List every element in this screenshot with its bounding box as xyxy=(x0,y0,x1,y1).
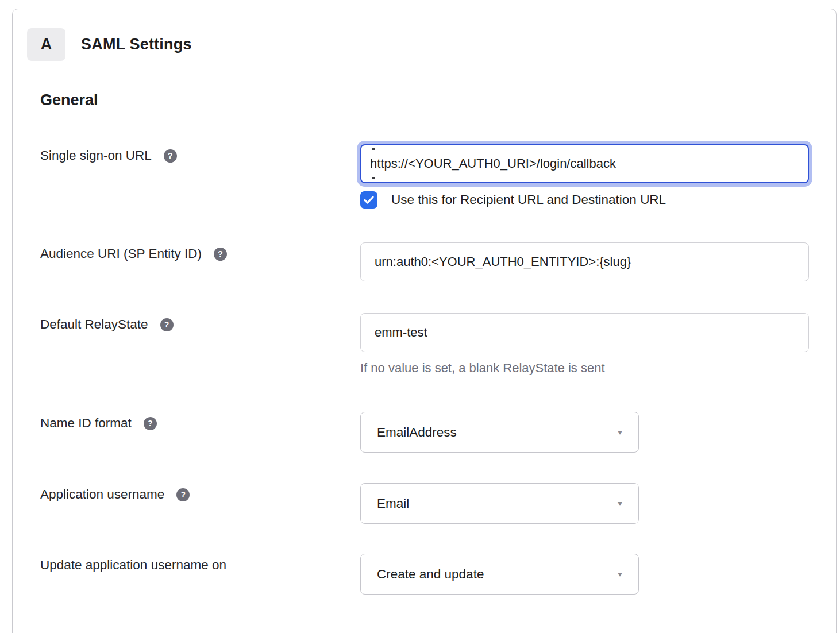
name-id-format-select[interactable]: EmailAddress ▾ xyxy=(360,412,639,453)
card-body: General Single sign-on URL ? xyxy=(13,91,836,595)
application-username-label: Application username xyxy=(40,487,164,502)
sso-url-label-cell: Single sign-on URL ? xyxy=(40,144,360,163)
help-icon-glyph: ? xyxy=(181,490,186,499)
recipient-url-checkbox-label: Use this for Recipient URL and Destinati… xyxy=(391,192,666,207)
form-row-audience-uri: Audience URI (SP Entity ID) ? xyxy=(40,242,808,281)
sso-url-input[interactable] xyxy=(360,144,809,183)
chevron-down-icon: ▾ xyxy=(618,570,622,578)
default-relaystate-label: Default RelayState xyxy=(40,317,148,332)
application-username-label-cell: Application username ? xyxy=(40,483,360,502)
select-value: Email xyxy=(377,496,409,511)
help-icon[interactable]: ? xyxy=(164,149,177,163)
relaystate-hint-text: If no value is set, a blank RelayState i… xyxy=(360,361,809,376)
form-row-name-id-format: Name ID format ? EmailAddress ▾ xyxy=(40,412,808,453)
saml-general-form: Single sign-on URL ? xyxy=(40,144,808,595)
sso-url-label: Single sign-on URL xyxy=(40,148,152,163)
name-id-format-label: Name ID format xyxy=(40,416,132,431)
help-icon[interactable]: ? xyxy=(160,318,174,331)
recipient-url-checkbox-row: Use this for Recipient URL and Destinati… xyxy=(360,191,809,209)
audience-uri-field-cell xyxy=(360,242,809,281)
default-relaystate-label-cell: Default RelayState ? xyxy=(40,313,360,332)
card-header: A SAML Settings xyxy=(13,9,836,61)
form-row-update-app-username: Update application username on Create an… xyxy=(40,554,808,595)
form-row-default-relaystate: Default RelayState ? If no value is set,… xyxy=(40,313,808,376)
help-icon-glyph: ? xyxy=(218,249,223,258)
update-app-username-field-cell: Create and update ▾ xyxy=(360,554,808,595)
help-icon[interactable]: ? xyxy=(144,417,157,430)
recipient-url-checkbox[interactable] xyxy=(360,191,377,209)
chevron-down-icon: ▾ xyxy=(618,500,622,508)
form-row-sso-url: Single sign-on URL ? xyxy=(40,144,808,209)
section-badge: A xyxy=(27,28,65,61)
help-icon-glyph: ? xyxy=(168,151,173,160)
checkmark-icon xyxy=(364,196,374,204)
help-icon[interactable]: ? xyxy=(176,488,190,501)
name-id-format-field-cell: EmailAddress ▾ xyxy=(360,412,808,453)
application-username-select[interactable]: Email ▾ xyxy=(360,483,639,524)
help-icon-glyph: ? xyxy=(164,320,169,329)
form-row-application-username: Application username ? Email ▾ xyxy=(40,483,808,524)
update-app-username-label-cell: Update application username on xyxy=(40,554,360,573)
default-relaystate-input[interactable] xyxy=(360,313,809,352)
default-relaystate-field-cell: If no value is set, a blank RelayState i… xyxy=(360,313,809,376)
select-value: EmailAddress xyxy=(377,425,457,440)
section-badge-letter: A xyxy=(41,36,52,53)
update-app-username-label: Update application username on xyxy=(40,558,226,573)
page-title: SAML Settings xyxy=(81,36,192,53)
saml-settings-card: A SAML Settings General Single sign-on U… xyxy=(12,9,837,633)
help-icon-glyph: ? xyxy=(148,419,153,428)
name-id-format-label-cell: Name ID format ? xyxy=(40,412,360,431)
section-title-general: General xyxy=(40,91,808,109)
sso-url-field-cell: Use this for Recipient URL and Destinati… xyxy=(360,144,809,209)
select-value: Create and update xyxy=(377,567,484,582)
audience-uri-input[interactable] xyxy=(360,242,809,281)
application-username-field-cell: Email ▾ xyxy=(360,483,808,524)
update-app-username-select[interactable]: Create and update ▾ xyxy=(360,554,639,595)
audience-uri-label-cell: Audience URI (SP Entity ID) ? xyxy=(40,242,360,261)
chevron-down-icon: ▾ xyxy=(618,429,622,437)
help-icon[interactable]: ? xyxy=(214,248,227,261)
audience-uri-label: Audience URI (SP Entity ID) xyxy=(40,246,202,261)
